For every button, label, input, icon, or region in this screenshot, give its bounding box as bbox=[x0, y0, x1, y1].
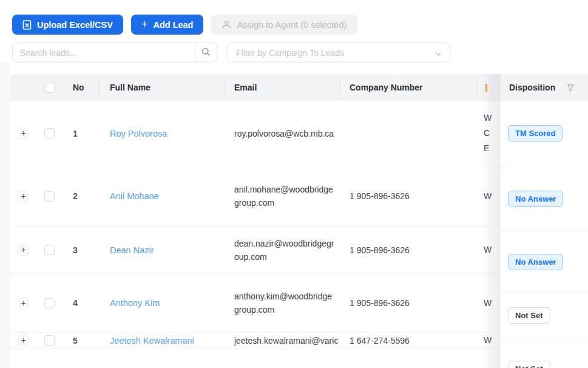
row-checkbox[interactable] bbox=[44, 335, 55, 346]
expand-row-button[interactable]: + bbox=[18, 244, 29, 256]
plus-icon: + bbox=[141, 19, 148, 30]
lead-name-link[interactable]: Jeetesh Kewalramani bbox=[110, 336, 194, 346]
row-number: 3 bbox=[73, 245, 78, 255]
header-no: No bbox=[63, 74, 99, 101]
disposition-badge: No Answer bbox=[508, 191, 563, 207]
header-email: Email bbox=[225, 74, 340, 101]
filter-funnel-icon[interactable] bbox=[567, 84, 575, 94]
row-number: 2 bbox=[73, 191, 78, 201]
lead-email: jeetesh.kewalramani@varic bbox=[234, 334, 338, 347]
file-excel-icon bbox=[22, 20, 32, 30]
lead-email: dean.nazir@woodbridgegr oup.com bbox=[234, 237, 334, 264]
search-input[interactable] bbox=[12, 43, 195, 63]
row-checkbox[interactable] bbox=[44, 245, 55, 255]
header-disposition-label: Disposition bbox=[509, 83, 555, 92]
row-number: 5 bbox=[73, 336, 78, 346]
disposition-badge: No Answer bbox=[508, 254, 563, 270]
row-number: 4 bbox=[73, 298, 78, 308]
campaign-filter-select[interactable]: Filter by Campaign To Leads bbox=[227, 43, 450, 63]
expand-row-button[interactable]: + bbox=[18, 128, 29, 139]
lead-company-number: 1 905-896-3626 bbox=[350, 245, 410, 255]
select-all-checkbox[interactable] bbox=[44, 83, 55, 93]
expand-row-button[interactable]: + bbox=[18, 335, 29, 346]
disposition-badge: TM Scored bbox=[508, 125, 563, 141]
header-company-number: Company Number bbox=[340, 74, 478, 101]
row-checkbox[interactable] bbox=[44, 191, 55, 202]
assign-to-agent-button[interactable]: Assign to Agent (0 selected) bbox=[211, 15, 357, 35]
campaign-filter-placeholder: Filter by Campaign To Leads bbox=[236, 48, 344, 58]
disposition-badge: Not Set bbox=[508, 307, 550, 324]
add-lead-button[interactable]: + Add Lead bbox=[131, 15, 204, 35]
expand-row-button[interactable]: + bbox=[18, 191, 29, 202]
lead-email: anil.mohane@woodbridge group.com bbox=[234, 183, 333, 210]
lead-name-link[interactable]: Dean Nazir bbox=[110, 245, 154, 255]
lead-company-number: 1 905-896-3626 bbox=[350, 298, 410, 308]
lead-name-link[interactable]: Anthony Kim bbox=[110, 298, 160, 308]
disposition-badge: Not Set bbox=[508, 361, 550, 368]
header-expand-cell bbox=[10, 74, 36, 101]
chevron-down-icon bbox=[434, 49, 442, 60]
add-lead-label: Add Lead bbox=[153, 20, 193, 30]
lead-company-number: 1 905-896-3626 bbox=[350, 191, 410, 201]
header-disposition: Disposition bbox=[501, 74, 588, 101]
header-checkbox-cell bbox=[36, 74, 63, 101]
upload-excel-csv-label: Upload Excel/CSV bbox=[37, 20, 113, 30]
search-button[interactable] bbox=[195, 43, 217, 63]
row-checkbox[interactable] bbox=[44, 128, 55, 138]
assign-to-agent-label: Assign to Agent (0 selected) bbox=[237, 20, 346, 30]
lead-email: anthony.kim@woodbridge group.com bbox=[234, 290, 332, 316]
filter-bar: Filter by Campaign To Leads bbox=[12, 43, 450, 63]
disposition-sticky-column: Disposition TM Scored No Answer No Answe… bbox=[490, 74, 588, 368]
header-full-name: Full Name bbox=[99, 74, 225, 101]
lead-name-link[interactable]: Roy Polvorosa bbox=[110, 129, 167, 138]
lead-company-number: 1 647-274-5596 bbox=[350, 336, 410, 346]
person-icon bbox=[222, 20, 231, 29]
clipped-column-artifact bbox=[485, 84, 487, 92]
expand-row-button[interactable]: + bbox=[18, 298, 29, 309]
page-left-gutter bbox=[0, 63, 10, 368]
search-icon bbox=[201, 47, 211, 58]
lead-name-link[interactable]: Anil Mohane bbox=[110, 191, 159, 201]
lead-email: roy.polvorosa@wcb.mb.ca bbox=[234, 127, 334, 140]
search-group bbox=[12, 43, 217, 63]
row-checkbox[interactable] bbox=[44, 298, 55, 308]
row-number: 1 bbox=[73, 129, 78, 138]
leads-table: No Full Name Email Company Number + 1 Ro… bbox=[10, 74, 588, 368]
upload-excel-csv-button[interactable]: Upload Excel/CSV bbox=[12, 15, 123, 35]
leads-manager-page: Upload Excel/CSV + Add Lead Assign to Ag… bbox=[0, 0, 588, 368]
toolbar: Upload Excel/CSV + Add Lead Assign to Ag… bbox=[12, 15, 357, 35]
